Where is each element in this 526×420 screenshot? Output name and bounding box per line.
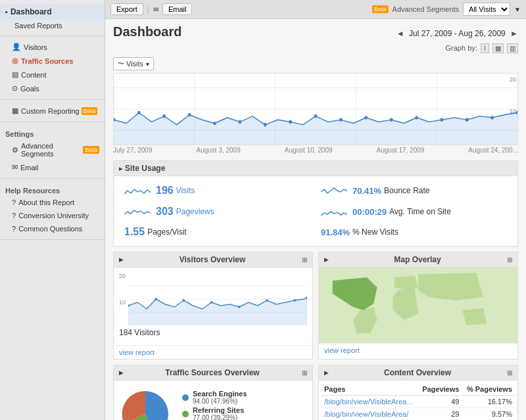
- pageviews-cell: 49: [418, 396, 462, 408]
- export-button[interactable]: Export: [110, 3, 143, 15]
- traffic-body: Search Engines 94.00 (47.96%) Referring …: [114, 381, 312, 420]
- traffic-legend: Search Engines 94.00 (47.96%) Referring …: [182, 386, 247, 420]
- visitors-view-report[interactable]: view report: [119, 348, 155, 356]
- graph-by-bar[interactable]: ▦: [492, 43, 504, 53]
- traffic-sources-panel: ▸ Traffic Sources Overview ⊞: [113, 365, 313, 420]
- about-icon: ?: [12, 198, 16, 206]
- stat-bounce: 70.41% Bounce Rate: [316, 181, 512, 200]
- world-map-svg: [319, 268, 517, 343]
- bounce-value[interactable]: 70.41%: [352, 186, 381, 196]
- svg-point-30: [183, 299, 185, 302]
- visitors-header-icon: ▸: [119, 255, 123, 264]
- date-range-text: Jul 27, 2009 - Aug 26, 2009: [409, 29, 506, 38]
- dash-header: Dashboard ◄ Jul 27, 2009 - Aug 26, 2009 …: [105, 19, 526, 42]
- svg-point-29: [155, 298, 157, 300]
- content-body: Pages Pageviews % Pageviews /blog/bin/vi…: [319, 381, 517, 420]
- section-icon: ▸: [119, 165, 122, 172]
- pagesvisit-label: Pages/Visit: [147, 227, 187, 237]
- visits-value[interactable]: 196: [156, 185, 174, 197]
- visits-sparkline: [124, 184, 151, 197]
- content-header-icon: ▸: [324, 368, 328, 377]
- visits-label: Visits: [176, 186, 195, 195]
- sidebar-item-questions[interactable]: ? Common Questions: [0, 222, 105, 235]
- stat-pages-visit: 1.55 Pages/Visit: [119, 223, 316, 241]
- sidebar-item-dashboard[interactable]: ▪ Dashboard: [0, 4, 105, 20]
- svg-point-9: [162, 114, 166, 118]
- y-label-10: 10: [510, 108, 516, 114]
- sidebar-item-goals[interactable]: ⊙ Goals: [0, 82, 105, 95]
- content-overview-panel: ▸ Content Overview ⊞ Pages Pageviews % P…: [318, 365, 518, 420]
- beta-badge: Beta: [82, 107, 98, 115]
- svg-point-21: [466, 118, 469, 122]
- date-next-arrow[interactable]: ►: [510, 29, 518, 38]
- sidebar-item-content[interactable]: ▤ Content: [0, 68, 105, 82]
- svg-point-22: [490, 116, 494, 119]
- sidebar-item-saved-reports[interactable]: Saved Reports: [0, 20, 105, 32]
- sidebar-item-email[interactable]: ✉ Email: [0, 160, 105, 174]
- sidebar-item-custom-reporting[interactable]: ▦ Custom Reporting Beta: [0, 104, 105, 118]
- traffic-icon: ◎: [12, 57, 18, 65]
- y-label-20: 20: [510, 76, 516, 83]
- visitors-overview-panel: ▸ Visitors Overview ⊞ 20 10: [113, 252, 313, 360]
- traffic-header-icon: ▸: [119, 368, 123, 377]
- svg-point-16: [339, 118, 343, 122]
- email-button[interactable]: Email: [162, 3, 193, 15]
- svg-point-10: [188, 113, 191, 116]
- email-icon: ✉: [12, 163, 18, 172]
- questions-icon: ?: [12, 225, 16, 233]
- sidebar-item-conversion[interactable]: ? Conversion University: [0, 209, 105, 222]
- adv-seg-arrow: ▼: [514, 6, 521, 13]
- visitors-expand[interactable]: ⊞: [302, 256, 307, 264]
- graph-by-line[interactable]: ⌇: [481, 43, 489, 53]
- traffic-pie-chart: [119, 388, 172, 421]
- graph-by-compare[interactable]: ▥: [507, 43, 518, 53]
- content-header: ▸ Content Overview ⊞: [319, 365, 517, 381]
- sidebar-item-advanced-segments[interactable]: ⚙ Advanced Segments Beta: [0, 139, 105, 160]
- dropdown-arrow: ▾: [146, 60, 149, 68]
- visits-dropdown[interactable]: 〜 Visits ▾: [113, 57, 154, 70]
- conversion-icon: ?: [12, 212, 16, 220]
- map-container: [319, 268, 517, 343]
- pageviews-value[interactable]: 303: [156, 206, 174, 218]
- newvisits-value[interactable]: 91.84%: [321, 227, 350, 237]
- col-pageviews: Pageviews: [418, 383, 462, 396]
- dashboard-icon: ▪: [5, 8, 8, 16]
- visitors-chart: [119, 273, 307, 325]
- goals-icon: ⊙: [12, 84, 18, 93]
- visitors-footer: view report: [114, 345, 312, 359]
- map-footer: view report: [319, 343, 517, 357]
- sidebar-item-traffic-sources[interactable]: ◎ Traffic Sources: [0, 54, 105, 68]
- pie-svg: [119, 388, 172, 421]
- content-table: Pages Pageviews % Pageviews /blog/bin/vi…: [322, 383, 515, 420]
- settings-heading: Settings: [0, 126, 105, 139]
- visitors-header: ▸ Visitors Overview ⊞: [114, 252, 312, 268]
- stat-new-visits: 91.84% % New Visits: [316, 223, 512, 241]
- svg-point-33: [266, 299, 268, 302]
- svg-point-11: [213, 122, 216, 125]
- svg-point-8: [137, 111, 141, 114]
- date-prev-arrow[interactable]: ◄: [396, 29, 404, 38]
- pagesvisit-value[interactable]: 1.55: [124, 226, 145, 238]
- svg-point-13: [264, 123, 267, 126]
- site-usage-grid: 196 Visits 70.41% Bounce Rate 303 Pagevi…: [114, 176, 517, 246]
- map-view-report[interactable]: view report: [324, 346, 360, 354]
- stat-pageviews: 303 Pageviews: [119, 202, 316, 221]
- content-expand[interactable]: ⊞: [507, 369, 512, 377]
- site-usage-section: ▸ Site Usage 196 Visits 70.41% Bounce Ra…: [113, 160, 518, 246]
- col-pages: Pages: [322, 383, 418, 396]
- sidebar-item-about[interactable]: ? About this Report: [0, 196, 105, 209]
- main-chart: 20 10: [113, 73, 518, 145]
- page-cell[interactable]: /blog/bin/view/VisibleArea/Processingand…: [322, 396, 418, 408]
- visitors-count: 184 Visitors: [119, 325, 307, 340]
- adv-seg-select[interactable]: All Visits: [463, 3, 510, 16]
- svg-point-19: [415, 116, 418, 119]
- site-usage-header: ▸ Site Usage: [114, 161, 517, 176]
- page-cell[interactable]: /blog/bin/view/VisibleArea/: [322, 408, 418, 421]
- sidebar-item-visitors[interactable]: 👤 Visitors: [0, 40, 105, 54]
- time-value[interactable]: 00:00:29: [352, 207, 387, 217]
- traffic-expand[interactable]: ⊞: [302, 369, 307, 377]
- search-dot: [182, 394, 189, 401]
- svg-point-34: [293, 299, 296, 302]
- map-expand[interactable]: ⊞: [507, 256, 512, 264]
- svg-point-12: [238, 120, 241, 124]
